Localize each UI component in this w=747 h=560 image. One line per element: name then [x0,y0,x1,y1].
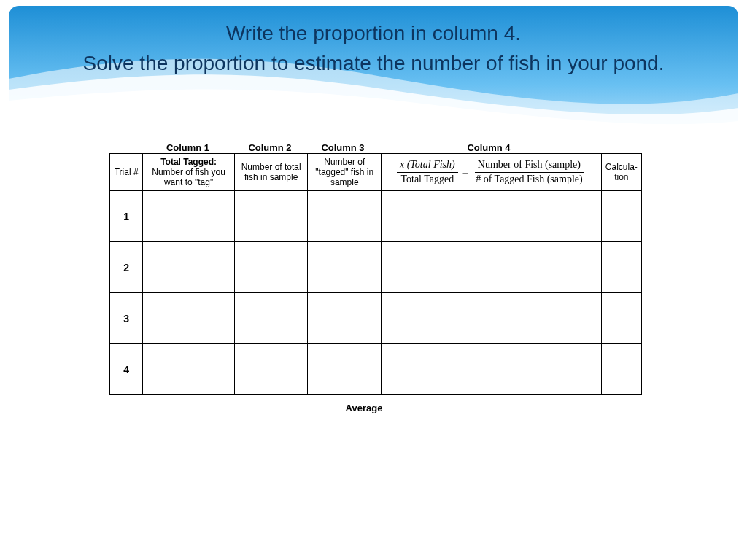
formula-right-denominator: # of Tagged Fish (sample) [473,173,586,186]
column-2-label: Column 2 [233,142,306,153]
cell [143,344,235,395]
cell [382,293,602,344]
formula-right-numerator: Number of Fish (sample) [475,159,584,173]
cell [234,191,308,242]
header-col2: Number of total fish in sample [234,154,308,191]
cell [308,191,382,242]
formula-left-denominator: Total Tagged [398,173,457,186]
proportion-table: Trial # Total Tagged: Number of fish you… [109,153,642,395]
worksheet-table-area: Column 1 Column 2 Column 3 Column 4 Tria… [109,142,642,413]
header-col3: Number of "tagged" fish in sample [308,154,382,191]
cell [143,191,235,242]
header-col5: Calcula-tion [601,154,641,191]
formula-left-numerator: x (Total Fish) [397,159,458,173]
cell [234,344,308,395]
table-row: 3 [110,293,642,344]
table-row: 1 [110,191,642,242]
cell [234,242,308,293]
equals-sign: = [462,166,468,179]
header-row: Trial # Total Tagged: Number of fish you… [110,154,642,191]
cell [308,242,382,293]
cell [601,242,641,293]
title-banner: Write the proportion in column 4. Solve … [9,6,738,137]
average-row: Average [109,402,642,413]
cell [601,344,641,395]
table-row: 2 [110,242,642,293]
cell [143,293,235,344]
average-label: Average [346,402,383,413]
cell [308,344,382,395]
table-row: 4 [110,344,642,395]
trial-number: 4 [110,344,143,395]
header-trial: Trial # [110,154,143,191]
column-labels-row: Column 1 Column 2 Column 3 Column 4 [109,142,642,153]
instruction-line-2: Solve the proportion to estimate the num… [9,49,738,79]
header-col1: Total Tagged: Number of fish you want to… [143,154,235,191]
average-blank-line [384,413,595,413]
cell [308,293,382,344]
column-3-label: Column 3 [306,142,379,153]
column-1-label: Column 1 [142,142,233,153]
cell [143,242,235,293]
instruction-line-1: Write the proportion in column 4. [9,19,738,49]
header-col4-formula: x (Total Fish) Total Tagged = Number of … [382,154,602,191]
cell [382,191,602,242]
cell [601,293,641,344]
cell [601,191,641,242]
trial-number: 3 [110,293,143,344]
cell [234,293,308,344]
cell [382,344,602,395]
cell [382,242,602,293]
trial-number: 1 [110,191,143,242]
column-4-label: Column 4 [379,142,598,153]
trial-number: 2 [110,242,143,293]
